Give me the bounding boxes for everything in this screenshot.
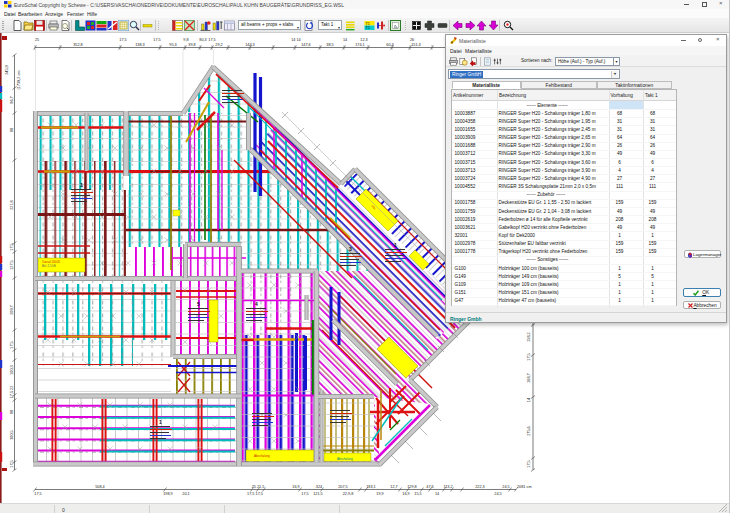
- svg-text:15,5: 15,5: [414, 492, 421, 496]
- svg-text:113,2: 113,2: [443, 485, 452, 489]
- svg-text:Abschalung: Abschalung: [337, 457, 353, 461]
- svg-text:12,3: 12,3: [360, 38, 367, 42]
- svg-text:19,9: 19,9: [376, 492, 383, 496]
- svg-text:17,5: 17,5: [10, 243, 14, 250]
- svg-text:275,6: 275,6: [527, 426, 531, 436]
- svg-text:221,8: 221,8: [10, 200, 14, 210]
- svg-text:17,5: 17,5: [119, 38, 126, 42]
- svg-text:17,5: 17,5: [10, 460, 14, 467]
- svg-text:17,5 17,5: 17,5 17,5: [247, 492, 263, 496]
- svg-text:5: 5: [197, 301, 200, 307]
- svg-text:17,5: 17,5: [10, 341, 14, 348]
- svg-text:14: 14: [435, 492, 439, 496]
- svg-text:17,5: 17,5: [301, 492, 308, 496]
- svg-text:20,1: 20,1: [182, 492, 189, 496]
- svg-text:T1: T1: [365, 21, 369, 25]
- svg-text:12,7: 12,7: [390, 485, 397, 489]
- svg-text:25 21,5: 25 21,5: [252, 485, 265, 489]
- svg-text:1: 1: [159, 419, 162, 425]
- svg-text:508,4: 508,4: [95, 485, 105, 489]
- svg-text:17,5: 17,5: [527, 460, 531, 467]
- svg-text:183,1: 183,1: [366, 485, 376, 489]
- svg-text:158,2: 158,2: [527, 332, 531, 342]
- svg-text:207,5: 207,5: [338, 485, 348, 489]
- svg-text:4: 4: [255, 301, 258, 307]
- svg-text:25: 25: [35, 38, 39, 42]
- svg-text:198,9: 198,9: [163, 492, 173, 496]
- svg-text:98: 98: [10, 128, 14, 132]
- svg-text:127,5: 127,5: [10, 260, 14, 270]
- svg-text:222,3: 222,3: [475, 485, 485, 489]
- svg-text:9,8: 9,8: [183, 38, 188, 42]
- svg-text:129,8: 129,8: [407, 485, 417, 489]
- svg-text:17,5: 17,5: [153, 38, 160, 42]
- svg-text:38,5: 38,5: [326, 43, 333, 47]
- svg-text:16,9: 16,9: [292, 485, 299, 489]
- svg-text:151,3: 151,3: [411, 43, 421, 47]
- svg-text:24,5: 24,5: [494, 492, 501, 496]
- svg-text:121,5: 121,5: [313, 492, 323, 496]
- svg-text:24,5: 24,5: [502, 485, 509, 489]
- svg-text:147,6: 147,6: [301, 43, 311, 47]
- svg-text:22,9,8: 22,9,8: [343, 492, 354, 496]
- svg-text:143,3: 143,3: [245, 43, 255, 47]
- svg-text:324: 324: [316, 485, 322, 489]
- svg-text:96,7: 96,7: [10, 96, 14, 103]
- svg-text:98: 98: [10, 410, 14, 414]
- svg-text:14 14: 14 14: [291, 38, 301, 42]
- svg-text:29,2: 29,2: [215, 43, 222, 47]
- svg-text:T2: T2: [365, 26, 369, 30]
- svg-text:17,5 22: 17,5 22: [10, 386, 14, 399]
- svg-text:47,6: 47,6: [426, 485, 433, 489]
- svg-text:17,5: 17,5: [527, 353, 531, 360]
- svg-text:(1739,2 cm: (1739,2 cm: [17, 71, 21, 90]
- svg-text:26: 26: [410, 38, 414, 42]
- svg-text:17,5: 17,5: [34, 492, 41, 496]
- svg-text:1: 1: [394, 242, 397, 248]
- svg-text:80,3: 80,3: [199, 38, 206, 42]
- svg-text:168,7: 168,7: [527, 373, 531, 383]
- svg-text:Bel. 2,5 kN: Bel. 2,5 kN: [42, 264, 56, 268]
- svg-text:245,9: 245,9: [5, 65, 9, 75]
- svg-text:39,8: 39,8: [188, 43, 195, 47]
- svg-text:1: 1: [80, 182, 83, 188]
- svg-text:17,5: 17,5: [208, 38, 215, 42]
- svg-text:16,9: 16,9: [402, 492, 409, 496]
- svg-text:2081 cm: 2081 cm: [517, 485, 532, 489]
- svg-text:174,1: 174,1: [355, 43, 365, 47]
- svg-text:14: 14: [527, 398, 531, 402]
- svg-text:300,5: 300,5: [10, 430, 14, 440]
- svg-text:352,8: 352,8: [73, 43, 83, 47]
- svg-text:209,7: 209,7: [10, 305, 14, 315]
- svg-text:100,3: 100,3: [10, 365, 14, 375]
- svg-text:95,3: 95,3: [169, 43, 176, 47]
- svg-text:Abschalung: Abschalung: [254, 454, 270, 458]
- svg-text:60,3: 60,3: [386, 43, 393, 47]
- svg-text:3: 3: [349, 246, 352, 252]
- svg-text:14: 14: [343, 38, 347, 42]
- svg-text:138,3: 138,3: [135, 43, 145, 47]
